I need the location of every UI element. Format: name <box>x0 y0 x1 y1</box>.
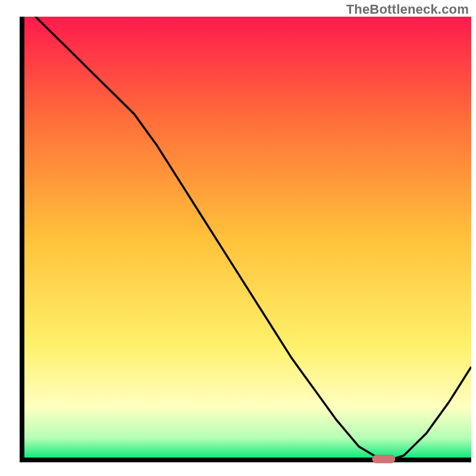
chart-container: { "watermark": "TheBottleneck.com", "col… <box>0 0 476 476</box>
optimal-marker <box>372 455 395 463</box>
bottleneck-chart <box>0 0 476 476</box>
plot-background <box>22 17 471 460</box>
